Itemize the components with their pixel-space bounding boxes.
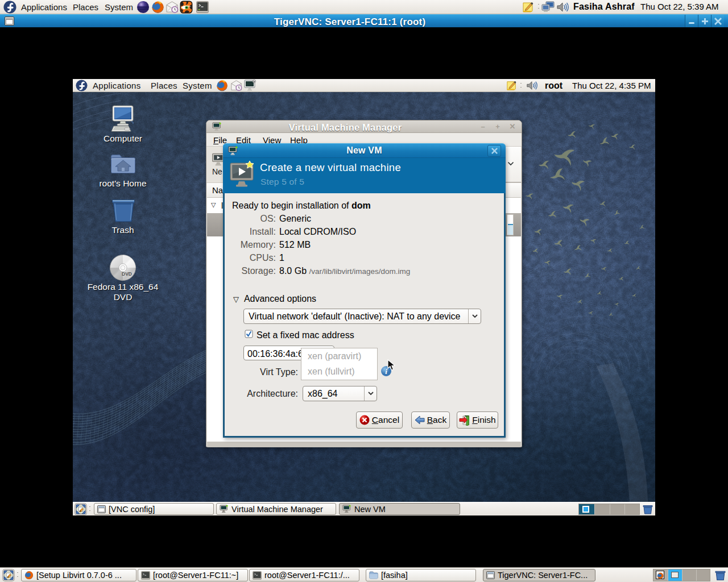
svg-text:DVD: DVD (122, 271, 132, 277)
